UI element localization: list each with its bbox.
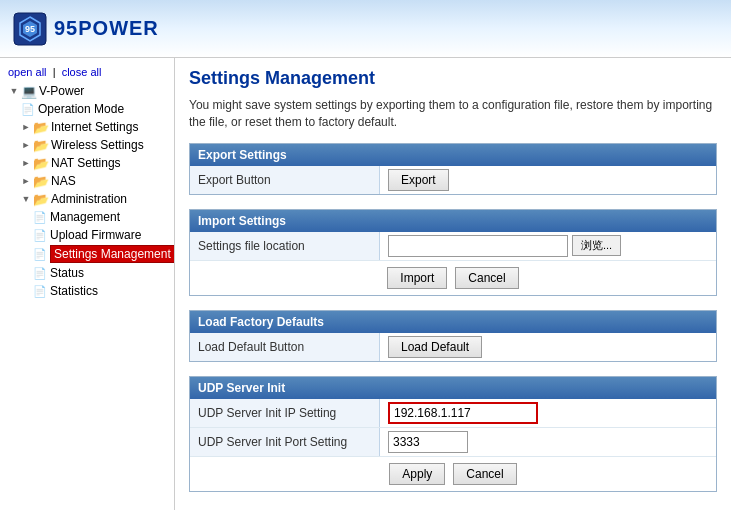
sidebar-item-label: Upload Firmware: [50, 228, 141, 242]
content-area: Settings Management You might save syste…: [175, 58, 731, 510]
sidebar-item-label: Statistics: [50, 284, 98, 298]
udp-section-body: UDP Server Init IP Setting UDP Server In…: [190, 399, 716, 491]
page-icon: 📄: [32, 283, 48, 299]
file-input-area: 浏览...: [388, 235, 621, 257]
import-file-label: Settings file location: [190, 232, 380, 260]
sidebar-item-label: Settings Management: [50, 245, 175, 263]
sidebar-item-label: Status: [50, 266, 84, 280]
udp-ip-input[interactable]: [388, 402, 538, 424]
udp-buttons-row: Apply Cancel: [190, 457, 716, 491]
export-section-header: Export Settings: [190, 144, 716, 166]
folder-icon: 📂: [33, 137, 49, 153]
factory-section-body: Load Default Button Load Default: [190, 333, 716, 361]
page-icon: 📄: [32, 246, 48, 262]
factory-control: Load Default: [380, 334, 716, 360]
sidebar-item-settings-management[interactable]: 📄 Settings Management: [0, 244, 174, 264]
udp-ip-row: UDP Server Init IP Setting: [190, 399, 716, 428]
sidebar-item-label: Management: [50, 210, 120, 224]
udp-ip-label: UDP Server Init IP Setting: [190, 399, 380, 427]
folder-icon: 📂: [33, 119, 49, 135]
header: 95 95POWER: [0, 0, 731, 58]
load-default-button[interactable]: Load Default: [388, 336, 482, 358]
udp-section: UDP Server Init UDP Server Init IP Setti…: [189, 376, 717, 492]
sidebar-item-status[interactable]: 📄 Status: [0, 264, 174, 282]
expand-icon: ▼: [20, 193, 32, 205]
udp-port-label: UDP Server Init Port Setting: [190, 428, 380, 456]
sidebar-item-wireless-settings[interactable]: ► 📂 Wireless Settings: [0, 136, 174, 154]
expand-icon: ►: [20, 121, 32, 133]
import-file-row: Settings file location 浏览...: [190, 232, 716, 261]
factory-row: Load Default Button Load Default: [190, 333, 716, 361]
sidebar-item-label: Operation Mode: [38, 102, 124, 116]
computer-icon: 💻: [21, 83, 37, 99]
page-icon: 📄: [32, 227, 48, 243]
export-button[interactable]: Export: [388, 169, 449, 191]
sidebar: open all | close all ▼ 💻 V-Power 📄 Opera…: [0, 58, 175, 510]
import-section-header: Import Settings: [190, 210, 716, 232]
sidebar-item-statistics[interactable]: 📄 Statistics: [0, 282, 174, 300]
export-label: Export Button: [190, 166, 380, 194]
import-cancel-button[interactable]: Cancel: [455, 267, 518, 289]
sidebar-item-label: NAT Settings: [51, 156, 121, 170]
sidebar-item-label: NAS: [51, 174, 76, 188]
sidebar-item-administration[interactable]: ▼ 📂 Administration: [0, 190, 174, 208]
folder-icon: 📂: [33, 155, 49, 171]
udp-section-header: UDP Server Init: [190, 377, 716, 399]
sidebar-item-nas[interactable]: ► 📂 NAS: [0, 172, 174, 190]
expand-icon: ►: [20, 139, 32, 151]
main-layout: open all | close all ▼ 💻 V-Power 📄 Opera…: [0, 58, 731, 510]
import-section-body: Settings file location 浏览... Import Canc…: [190, 232, 716, 295]
expand-icon: ►: [20, 175, 32, 187]
udp-port-input[interactable]: [388, 431, 468, 453]
udp-port-control: [380, 429, 716, 455]
logo: 95 95POWER: [12, 11, 159, 47]
factory-section-header: Load Factory Defaults: [190, 311, 716, 333]
open-all-link[interactable]: open all: [8, 66, 47, 78]
factory-label: Load Default Button: [190, 333, 380, 361]
export-row: Export Button Export: [190, 166, 716, 194]
export-section-body: Export Button Export: [190, 166, 716, 194]
udp-port-row: UDP Server Init Port Setting: [190, 428, 716, 457]
logo-icon: 95: [12, 11, 48, 47]
import-section: Import Settings Settings file location 浏…: [189, 209, 717, 296]
sidebar-item-nat-settings[interactable]: ► 📂 NAT Settings: [0, 154, 174, 172]
svg-text:95: 95: [25, 24, 35, 34]
browse-button[interactable]: 浏览...: [572, 235, 621, 256]
page-description: You might save system settings by export…: [189, 97, 717, 131]
page-icon: 📄: [32, 209, 48, 225]
sidebar-item-label: V-Power: [39, 84, 84, 98]
udp-ip-control: [380, 400, 716, 426]
factory-section: Load Factory Defaults Load Default Butto…: [189, 310, 717, 362]
folder-open-icon: 📂: [33, 191, 49, 207]
logo-text: 95POWER: [54, 17, 159, 40]
sidebar-item-upload-firmware[interactable]: 📄 Upload Firmware: [0, 226, 174, 244]
sidebar-item-internet-settings[interactable]: ► 📂 Internet Settings: [0, 118, 174, 136]
apply-button[interactable]: Apply: [389, 463, 445, 485]
import-file-control: 浏览...: [380, 233, 716, 259]
page-icon: 📄: [20, 101, 36, 117]
export-section: Export Settings Export Button Export: [189, 143, 717, 195]
import-button[interactable]: Import: [387, 267, 447, 289]
sidebar-item-management[interactable]: 📄 Management: [0, 208, 174, 226]
close-all-link[interactable]: close all: [62, 66, 102, 78]
sidebar-item-vpower[interactable]: ▼ 💻 V-Power: [0, 82, 174, 100]
page-icon: 📄: [32, 265, 48, 281]
sidebar-item-operation-mode[interactable]: 📄 Operation Mode: [0, 100, 174, 118]
sidebar-item-label: Internet Settings: [51, 120, 138, 134]
file-path-input[interactable]: [388, 235, 568, 257]
page-title: Settings Management: [189, 68, 717, 89]
sidebar-item-label: Wireless Settings: [51, 138, 144, 152]
expand-icon: ▼: [8, 85, 20, 97]
export-control: Export: [380, 167, 716, 193]
folder-icon: 📂: [33, 173, 49, 189]
sidebar-item-label: Administration: [51, 192, 127, 206]
udp-cancel-button[interactable]: Cancel: [453, 463, 516, 485]
expand-icon: ►: [20, 157, 32, 169]
import-buttons-row: Import Cancel: [190, 261, 716, 295]
sidebar-links: open all | close all: [0, 62, 174, 82]
